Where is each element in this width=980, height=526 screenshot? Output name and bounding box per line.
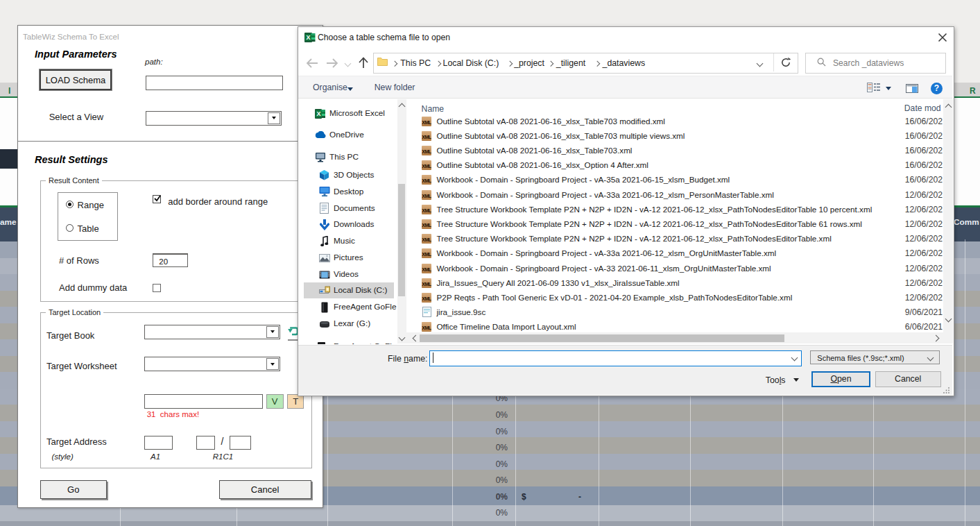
svg-text:X: X [306,34,310,41]
svg-text:X: X [316,110,320,117]
